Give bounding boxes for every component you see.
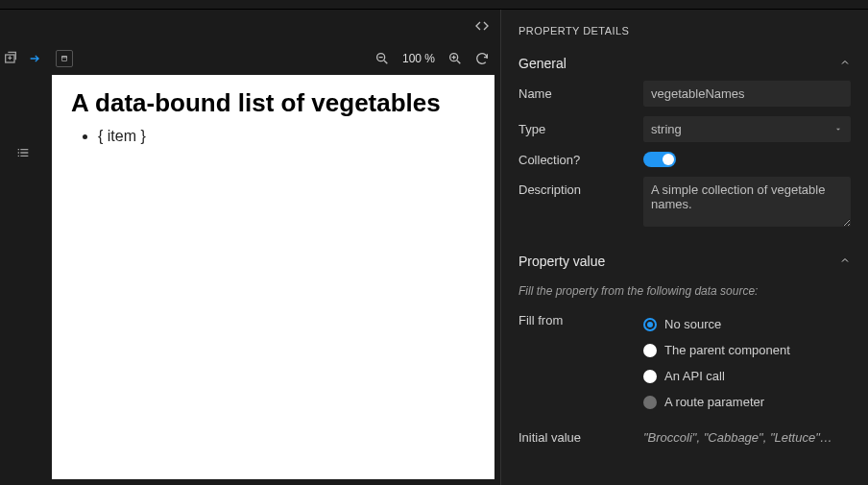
general-fields: Name Type Collection? Description	[518, 77, 851, 227]
left-toolbar	[0, 10, 46, 485]
list-view-icon[interactable]	[14, 144, 32, 161]
preview-list: { item }	[71, 128, 475, 145]
type-select[interactable]	[643, 116, 851, 142]
label-description: Description	[518, 177, 643, 197]
refresh-icon[interactable]	[473, 50, 491, 67]
label-collection: Collection?	[518, 153, 643, 167]
preview-list-item-template: { item }	[98, 128, 475, 145]
frame-select-icon[interactable]	[56, 50, 73, 67]
property-details-panel: PROPERTY DETAILS General Name Type Colle…	[500, 10, 868, 485]
radio-option[interactable]: No source	[643, 313, 851, 335]
radio-label: A route parameter	[664, 395, 764, 409]
radio-icon	[643, 344, 657, 357]
radio-icon	[643, 318, 657, 331]
chevron-up-icon	[839, 56, 851, 71]
collection-toggle[interactable]	[643, 152, 676, 167]
radio-label: No source	[664, 317, 721, 331]
radio-icon	[643, 370, 657, 383]
radio-label: An API call	[664, 369, 725, 383]
radio-icon	[643, 396, 657, 409]
radio-label: The parent component	[664, 343, 790, 357]
radio-option: A route parameter	[643, 391, 851, 413]
new-window-icon[interactable]	[2, 50, 19, 67]
preview-heading: A data-bound list of vegetables	[71, 88, 475, 118]
fill-from-hint: Fill the property from the following dat…	[518, 275, 851, 309]
label-fill-from: Fill from	[518, 313, 643, 327]
forward-arrow-icon[interactable]	[27, 50, 44, 67]
zoom-in-icon[interactable]	[446, 50, 464, 67]
preview-zoom-toolbar: 100 %	[46, 42, 500, 75]
radio-option[interactable]: An API call	[643, 365, 851, 387]
label-type: Type	[518, 122, 643, 136]
fill-from-radio-group: No source The parent component An API ca…	[643, 313, 851, 413]
svg-rect-2	[62, 57, 67, 58]
name-input[interactable]	[643, 81, 851, 107]
window-titlebar	[0, 0, 868, 10]
section-title: General	[518, 56, 567, 71]
preview-column: 100 % A data-bound list of vegetables { …	[46, 10, 500, 485]
panel-title: PROPERTY DETAILS	[518, 19, 851, 46]
description-textarea[interactable]	[643, 177, 851, 227]
label-initial-value: Initial value	[518, 423, 643, 445]
initial-value-display[interactable]: "Broccoli", "Cabbage", "Lettuce"…	[643, 423, 851, 445]
section-header-general[interactable]: General	[518, 46, 851, 77]
code-toggle-icon[interactable]	[473, 17, 491, 35]
preview-top-toolbar	[46, 10, 500, 42]
preview-canvas[interactable]: A data-bound list of vegetables { item }	[52, 75, 494, 479]
section-header-property-value[interactable]: Property value	[518, 244, 851, 275]
label-name: Name	[518, 86, 643, 101]
zoom-out-icon[interactable]	[374, 50, 391, 67]
value-fields: Fill from No source The parent component…	[518, 309, 851, 445]
zoom-level: 100 %	[400, 52, 437, 65]
chevron-up-icon	[839, 254, 851, 269]
section-title: Property value	[518, 254, 605, 269]
radio-option[interactable]: The parent component	[643, 339, 851, 361]
